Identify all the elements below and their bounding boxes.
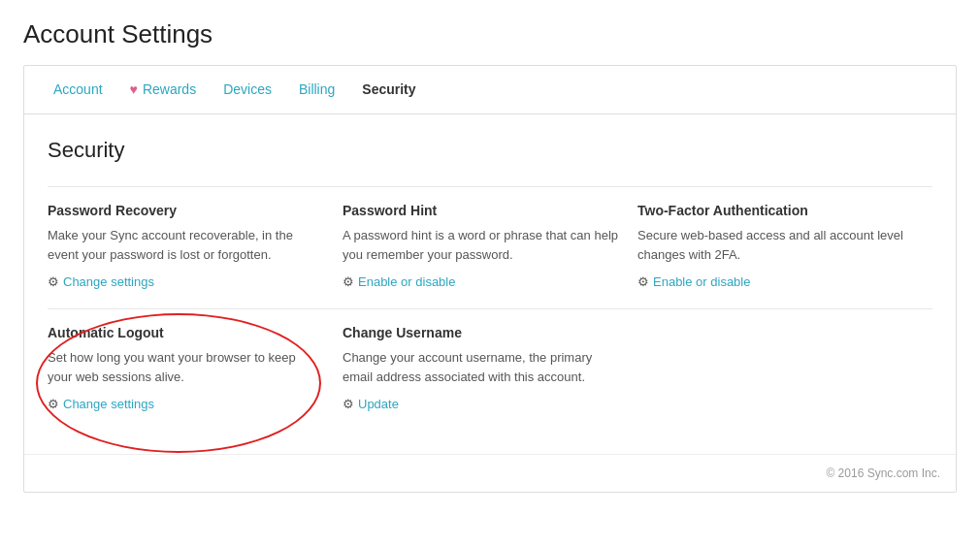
card-desc-password-hint: A password hint is a word or phrase that… bbox=[343, 226, 618, 264]
card-title-auto-logout: Automatic Logout bbox=[48, 325, 323, 340]
gear-icon-password-recovery: ⚙ bbox=[48, 274, 59, 289]
link-auto-logout[interactable]: ⚙ Change settings bbox=[48, 397, 154, 411]
card-title-password-recovery: Password Recovery bbox=[48, 203, 323, 218]
card-two-factor: Two-Factor Authentication Secure web-bas… bbox=[637, 186, 932, 308]
link-two-factor[interactable]: ⚙ Enable or disable bbox=[637, 274, 750, 289]
link-change-username[interactable]: ⚙ Update bbox=[343, 397, 399, 411]
card-password-hint: Password Hint A password hint is a word … bbox=[343, 186, 637, 308]
card-auto-logout: Automatic Logout Set how long you want y… bbox=[48, 308, 343, 431]
gear-icon-two-factor: ⚙ bbox=[637, 274, 649, 289]
content-area: Security Password Recovery Make your Syn… bbox=[24, 114, 956, 454]
tab-bar: Account ♥ Rewards Devices Billing Securi… bbox=[24, 66, 956, 114]
card-password-recovery: Password Recovery Make your Sync account… bbox=[48, 186, 343, 308]
card-title-two-factor: Two-Factor Authentication bbox=[637, 203, 913, 218]
heart-icon: ♥ bbox=[130, 81, 138, 97]
card-title-password-hint: Password Hint bbox=[343, 203, 618, 218]
tab-devices[interactable]: Devices bbox=[210, 66, 285, 114]
main-card: Account ♥ Rewards Devices Billing Securi… bbox=[23, 65, 957, 493]
footer-text: © 2016 Sync.com Inc. bbox=[826, 467, 940, 480]
page-title: Account Settings bbox=[23, 19, 957, 49]
gear-icon-change-username: ⚙ bbox=[343, 397, 354, 411]
section-title: Security bbox=[48, 138, 932, 163]
tab-account[interactable]: Account bbox=[40, 66, 116, 114]
security-grid: Password Recovery Make your Sync account… bbox=[48, 186, 932, 431]
gear-icon-password-hint: ⚙ bbox=[343, 274, 354, 289]
card-desc-two-factor: Secure web-based access and all account … bbox=[637, 226, 913, 264]
tab-security[interactable]: Security bbox=[348, 66, 429, 114]
card-empty bbox=[637, 308, 932, 431]
link-password-recovery[interactable]: ⚙ Change settings bbox=[48, 274, 154, 289]
tab-rewards[interactable]: ♥ Rewards bbox=[116, 66, 211, 114]
card-change-username: Change Username Change your account user… bbox=[343, 308, 637, 431]
footer: © 2016 Sync.com Inc. bbox=[24, 454, 956, 492]
gear-icon-auto-logout: ⚙ bbox=[48, 397, 59, 411]
card-desc-auto-logout: Set how long you want your browser to ke… bbox=[48, 348, 323, 386]
card-desc-password-recovery: Make your Sync account recoverable, in t… bbox=[48, 226, 323, 264]
card-desc-change-username: Change your account username, the primar… bbox=[343, 348, 618, 386]
card-title-change-username: Change Username bbox=[343, 325, 618, 340]
tab-billing[interactable]: Billing bbox=[285, 66, 348, 114]
link-password-hint[interactable]: ⚙ Enable or disable bbox=[343, 274, 455, 289]
